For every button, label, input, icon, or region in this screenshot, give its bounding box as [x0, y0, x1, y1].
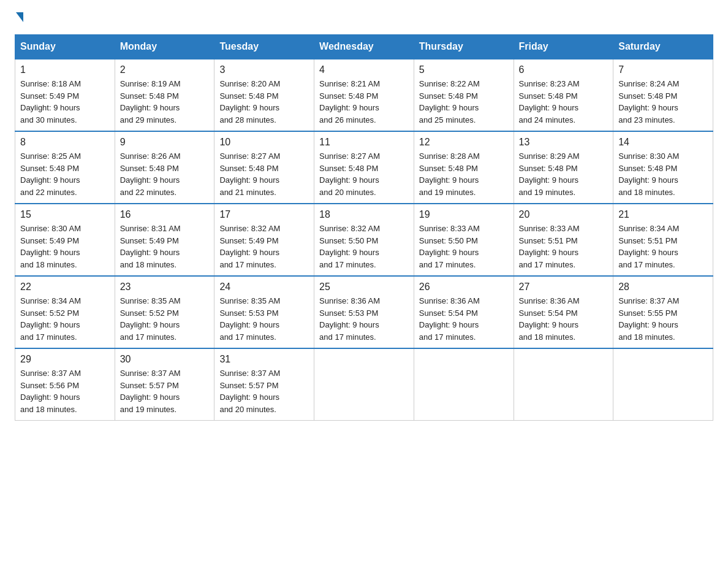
sunset-label: Sunset: 5:48 PM: [20, 164, 79, 173]
daylight-detail: and 20 minutes.: [319, 188, 376, 197]
calendar-cell: [414, 348, 514, 421]
day-info: Sunrise: 8:19 AM Sunset: 5:48 PM Dayligh…: [120, 78, 210, 126]
daylight-label: Daylight: 9 hours: [319, 248, 379, 257]
sunset-label: Sunset: 5:48 PM: [219, 164, 278, 173]
calendar-cell: 1 Sunrise: 8:18 AM Sunset: 5:49 PM Dayli…: [15, 59, 115, 131]
sunset-label: Sunset: 5:50 PM: [319, 236, 378, 245]
calendar-cell: 9 Sunrise: 8:26 AM Sunset: 5:48 PM Dayli…: [115, 131, 214, 204]
sunrise-label: Sunrise: 8:33 AM: [519, 224, 580, 233]
sunrise-label: Sunrise: 8:19 AM: [120, 79, 181, 88]
header-thursday: Thursday: [414, 35, 514, 59]
day-info: Sunrise: 8:32 AM Sunset: 5:49 PM Dayligh…: [219, 223, 309, 270]
daylight-detail: and 19 minutes.: [519, 188, 576, 197]
sunset-label: Sunset: 5:48 PM: [618, 164, 677, 173]
day-info: Sunrise: 8:36 AM Sunset: 5:53 PM Dayligh…: [319, 295, 409, 343]
daylight-label: Daylight: 9 hours: [219, 320, 279, 329]
day-number: 17: [219, 209, 309, 220]
sunrise-label: Sunrise: 8:33 AM: [419, 224, 480, 233]
daylight-detail: and 18 minutes.: [519, 332, 576, 342]
calendar-cell: [613, 348, 713, 421]
sunrise-label: Sunrise: 8:27 AM: [219, 151, 280, 161]
day-info: Sunrise: 8:33 AM Sunset: 5:51 PM Dayligh…: [519, 223, 609, 270]
daylight-detail: and 28 minutes.: [219, 115, 276, 124]
day-info: Sunrise: 8:37 AM Sunset: 5:55 PM Dayligh…: [618, 295, 708, 343]
header-friday: Friday: [514, 35, 613, 59]
daylight-label: Daylight: 9 hours: [618, 175, 678, 185]
daylight-label: Daylight: 9 hours: [419, 175, 479, 185]
day-number: 10: [219, 137, 309, 148]
day-number: 15: [20, 209, 110, 220]
sunset-label: Sunset: 5:48 PM: [618, 91, 677, 101]
day-info: Sunrise: 8:33 AM Sunset: 5:50 PM Dayligh…: [419, 223, 509, 270]
daylight-detail: and 17 minutes.: [319, 260, 376, 269]
daylight-label: Daylight: 9 hours: [20, 248, 80, 257]
day-info: Sunrise: 8:31 AM Sunset: 5:49 PM Dayligh…: [120, 223, 210, 270]
sunrise-label: Sunrise: 8:24 AM: [618, 79, 679, 88]
day-number: 21: [618, 209, 708, 220]
daylight-label: Daylight: 9 hours: [120, 393, 180, 402]
day-number: 24: [219, 282, 309, 293]
day-number: 26: [419, 282, 509, 293]
calendar-cell: 6 Sunrise: 8:23 AM Sunset: 5:48 PM Dayli…: [514, 59, 613, 131]
day-info: Sunrise: 8:34 AM Sunset: 5:51 PM Dayligh…: [618, 223, 708, 270]
calendar-cell: 11 Sunrise: 8:27 AM Sunset: 5:48 PM Dayl…: [314, 131, 414, 204]
day-number: 4: [319, 64, 409, 75]
daylight-detail: and 23 minutes.: [618, 115, 675, 124]
sunset-label: Sunset: 5:51 PM: [519, 236, 578, 245]
daylight-detail: and 17 minutes.: [219, 332, 276, 342]
calendar-cell: 14 Sunrise: 8:30 AM Sunset: 5:48 PM Dayl…: [613, 131, 713, 204]
sunrise-label: Sunrise: 8:35 AM: [120, 296, 181, 305]
daylight-detail: and 17 minutes.: [20, 332, 77, 342]
day-info: Sunrise: 8:24 AM Sunset: 5:48 PM Dayligh…: [618, 78, 708, 126]
daylight-label: Daylight: 9 hours: [219, 393, 279, 402]
calendar-cell: 7 Sunrise: 8:24 AM Sunset: 5:48 PM Dayli…: [613, 59, 713, 131]
daylight-detail: and 22 minutes.: [20, 188, 77, 197]
sunset-label: Sunset: 5:53 PM: [319, 308, 378, 318]
daylight-detail: and 30 minutes.: [20, 115, 77, 124]
day-info: Sunrise: 8:32 AM Sunset: 5:50 PM Dayligh…: [319, 223, 409, 270]
daylight-detail: and 18 minutes.: [618, 332, 675, 342]
day-info: Sunrise: 8:25 AM Sunset: 5:48 PM Dayligh…: [20, 150, 110, 198]
daylight-detail: and 29 minutes.: [120, 115, 177, 124]
daylight-label: Daylight: 9 hours: [219, 103, 279, 112]
day-number: 16: [120, 209, 210, 220]
sunset-label: Sunset: 5:57 PM: [120, 381, 179, 390]
daylight-label: Daylight: 9 hours: [519, 103, 579, 112]
header-tuesday: Tuesday: [214, 35, 314, 59]
daylight-label: Daylight: 9 hours: [20, 175, 80, 185]
day-info: Sunrise: 8:37 AM Sunset: 5:57 PM Dayligh…: [120, 367, 210, 415]
calendar-cell: 27 Sunrise: 8:36 AM Sunset: 5:54 PM Dayl…: [514, 276, 613, 348]
day-number: 19: [419, 209, 509, 220]
daylight-detail: and 17 minutes.: [219, 260, 276, 269]
calendar-cell: [514, 348, 613, 421]
day-number: 18: [319, 209, 409, 220]
day-number: 2: [120, 64, 210, 75]
daylight-detail: and 17 minutes.: [618, 260, 675, 269]
calendar-table: SundayMondayTuesdayWednesdayThursdayFrid…: [15, 34, 713, 421]
sunset-label: Sunset: 5:48 PM: [120, 91, 179, 101]
calendar-cell: 8 Sunrise: 8:25 AM Sunset: 5:48 PM Dayli…: [15, 131, 115, 204]
daylight-label: Daylight: 9 hours: [20, 393, 80, 402]
header-saturday: Saturday: [613, 35, 713, 59]
calendar-cell: 4 Sunrise: 8:21 AM Sunset: 5:48 PM Dayli…: [314, 59, 414, 131]
day-info: Sunrise: 8:37 AM Sunset: 5:56 PM Dayligh…: [20, 367, 110, 415]
sunrise-label: Sunrise: 8:20 AM: [219, 79, 280, 88]
daylight-label: Daylight: 9 hours: [519, 175, 579, 185]
calendar-cell: 10 Sunrise: 8:27 AM Sunset: 5:48 PM Dayl…: [214, 131, 314, 204]
day-info: Sunrise: 8:23 AM Sunset: 5:48 PM Dayligh…: [519, 78, 609, 126]
calendar-cell: 17 Sunrise: 8:32 AM Sunset: 5:49 PM Dayl…: [214, 204, 314, 276]
day-number: 5: [419, 64, 509, 75]
calendar-cell: 20 Sunrise: 8:33 AM Sunset: 5:51 PM Dayl…: [514, 204, 613, 276]
sunrise-label: Sunrise: 8:30 AM: [20, 224, 81, 233]
calendar-cell: 26 Sunrise: 8:36 AM Sunset: 5:54 PM Dayl…: [414, 276, 514, 348]
daylight-label: Daylight: 9 hours: [319, 320, 379, 329]
sunset-label: Sunset: 5:48 PM: [319, 91, 378, 101]
daylight-detail: and 19 minutes.: [120, 405, 177, 414]
sunrise-label: Sunrise: 8:36 AM: [419, 296, 480, 305]
sunset-label: Sunset: 5:49 PM: [20, 236, 79, 245]
day-info: Sunrise: 8:27 AM Sunset: 5:48 PM Dayligh…: [219, 150, 309, 198]
calendar-cell: 21 Sunrise: 8:34 AM Sunset: 5:51 PM Dayl…: [613, 204, 713, 276]
sunrise-label: Sunrise: 8:22 AM: [419, 79, 480, 88]
daylight-label: Daylight: 9 hours: [519, 248, 579, 257]
daylight-label: Daylight: 9 hours: [120, 320, 180, 329]
